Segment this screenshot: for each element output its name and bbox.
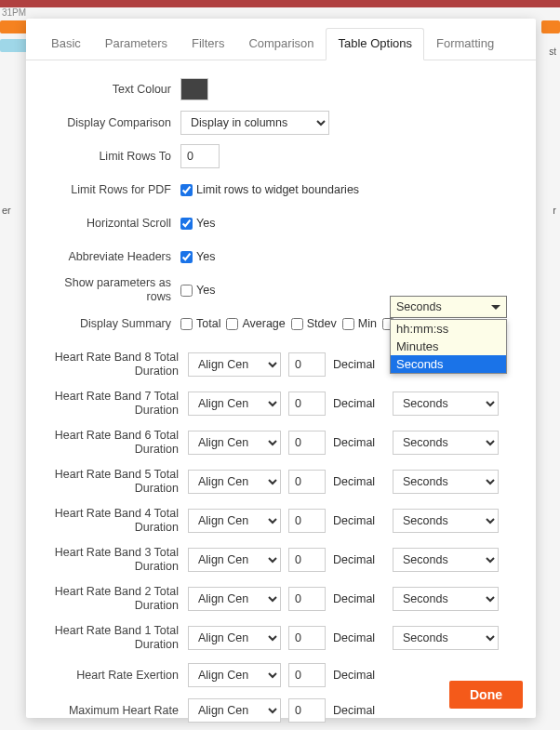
metric-decimal-label: Decimal: [333, 553, 385, 566]
show-params-rows-label: Show parameters as rows: [43, 276, 180, 304]
abbreviate-headers-label: Abbreviate Headers: [43, 250, 180, 264]
metric-decimals-input[interactable]: [288, 626, 326, 650]
metric-decimals-input[interactable]: [288, 470, 326, 494]
unit-select-open[interactable]: Seconds: [390, 296, 507, 318]
metric-decimals-input[interactable]: [288, 509, 326, 533]
display-comparison-select[interactable]: Display in columns: [180, 111, 329, 135]
summary-total-label: Total: [196, 317, 220, 330]
metric-decimals-input[interactable]: [288, 587, 326, 611]
metric-unit-select[interactable]: Seconds: [393, 509, 499, 533]
unit-dropdown-popup[interactable]: hh:mm:ssMinutesSeconds: [390, 319, 507, 374]
summary-total-check[interactable]: Total: [180, 317, 220, 330]
metric-align-select[interactable]: Align Center: [188, 698, 281, 723]
metric-decimals-input[interactable]: [288, 548, 326, 572]
metric-align-select[interactable]: Align Center: [188, 548, 281, 572]
limit-rows-pdf-label: Limit Rows for PDF: [43, 183, 180, 197]
metric-decimals-input[interactable]: [288, 431, 326, 455]
metric-align-select[interactable]: Align Center: [188, 663, 281, 687]
metric-label: Heart Rate Band 7 Total Duration: [43, 390, 180, 418]
summary-average-label: Average: [242, 317, 285, 330]
limit-rows-input[interactable]: [180, 144, 220, 168]
metric-unit-select[interactable]: Seconds: [393, 431, 499, 455]
display-summary-label: Display Summary: [43, 317, 180, 331]
metric-unit-select[interactable]: Seconds: [393, 470, 499, 494]
horizontal-scroll-text: Yes: [196, 217, 215, 230]
text-colour-label: Text Colour: [43, 83, 180, 97]
metric-align-select[interactable]: Align Center: [188, 431, 281, 455]
metric-decimal-label: Decimal: [333, 704, 385, 717]
bg-text-right: r: [553, 205, 556, 216]
metric-row: Heart Rate Band 2 Total DurationAlign Ce…: [43, 585, 519, 613]
metric-label: Heart Rate Band 4 Total Duration: [43, 507, 180, 535]
metric-unit-select[interactable]: Seconds: [393, 548, 499, 572]
metric-unit-select[interactable]: Seconds: [393, 392, 499, 416]
tab-formatting[interactable]: Formatting: [424, 28, 506, 60]
show-params-rows-text: Yes: [196, 284, 215, 297]
metric-label: Heart Rate Band 3 Total Duration: [43, 546, 180, 574]
metric-row: Heart Rate Band 7 Total DurationAlign Ce…: [43, 390, 519, 418]
limit-rows-pdf-text: Limit rows to widget boundaries: [196, 183, 359, 196]
metric-align-select[interactable]: Align Center: [188, 352, 281, 377]
metric-decimal-label: Decimal: [333, 631, 385, 644]
metric-decimal-label: Decimal: [333, 436, 385, 449]
text-colour-swatch[interactable]: [180, 78, 208, 100]
tab-bar: BasicParametersFiltersComparisonTable Op…: [26, 19, 536, 60]
metric-decimals-input[interactable]: [288, 352, 326, 377]
limit-rows-pdf-check[interactable]: Limit rows to widget boundaries: [180, 183, 359, 196]
metric-unit-select[interactable]: Seconds: [393, 626, 499, 650]
metric-decimal-label: Decimal: [333, 475, 385, 488]
metric-unit-select[interactable]: Seconds: [393, 587, 499, 611]
dialog-body: Text Colour Display Comparison Display i…: [26, 60, 536, 730]
tab-table-options[interactable]: Table Options: [326, 28, 424, 60]
summary-stdev-check[interactable]: Stdev: [291, 317, 337, 330]
metric-label: Heart Rate Band 8 Total Duration: [43, 351, 180, 378]
metric-decimal-label: Decimal: [333, 358, 385, 371]
metric-label: Maximum Heart Rate: [43, 704, 180, 718]
metric-decimal-label: Decimal: [333, 514, 385, 527]
metric-label: Heart Rate Band 5 Total Duration: [43, 468, 180, 496]
chevron-down-icon: [491, 305, 500, 310]
metric-row: Heart Rate Band 1 Total DurationAlign Ce…: [43, 624, 519, 652]
bg-stripe: [0, 0, 560, 7]
bg-text-left: er: [2, 205, 11, 216]
metric-align-select[interactable]: Align Center: [188, 587, 281, 611]
metric-row: Maximum Heart RateAlign CenterDecimal: [43, 698, 519, 723]
metric-row: Heart Rate Band 4 Total DurationAlign Ce…: [43, 507, 519, 535]
abbreviate-headers-text: Yes: [196, 250, 215, 263]
metric-row: Heart Rate Band 5 Total DurationAlign Ce…: [43, 468, 519, 496]
done-button[interactable]: Done: [449, 681, 523, 709]
metric-row: Heart Rate ExertionAlign CenterDecimal: [43, 663, 519, 687]
summary-min-label: Min: [358, 317, 377, 330]
unit-option-seconds[interactable]: Seconds: [391, 355, 506, 373]
horizontal-scroll-label: Horizontal Scroll: [43, 217, 180, 231]
metric-align-select[interactable]: Align Center: [188, 509, 281, 533]
metric-label: Heart Rate Band 1 Total Duration: [43, 624, 180, 652]
metric-align-select[interactable]: Align Center: [188, 626, 281, 650]
metric-align-select[interactable]: Align Center: [188, 470, 281, 494]
display-comparison-label: Display Comparison: [43, 116, 180, 130]
metric-decimal-label: Decimal: [333, 669, 385, 682]
abbreviate-headers-check[interactable]: Yes: [180, 250, 215, 263]
unit-option-hhmmss[interactable]: hh:mm:ss: [391, 320, 506, 338]
metric-decimals-input[interactable]: [288, 663, 326, 687]
metric-align-select[interactable]: Align Center: [188, 392, 281, 416]
bg-text-st: st: [549, 46, 556, 57]
tab-parameters[interactable]: Parameters: [93, 28, 180, 60]
summary-average-check[interactable]: Average: [226, 317, 285, 330]
bg-bar-orange-r: [541, 20, 560, 33]
metric-decimals-input[interactable]: [288, 392, 326, 416]
metric-decimal-label: Decimal: [333, 592, 385, 605]
tab-comparison[interactable]: Comparison: [236, 28, 326, 60]
metric-decimals-input[interactable]: [288, 698, 326, 723]
metric-row: Heart Rate Band 6 Total DurationAlign Ce…: [43, 429, 519, 457]
summary-min-check[interactable]: Min: [342, 317, 377, 330]
tab-filters[interactable]: Filters: [180, 28, 236, 60]
limit-rows-label: Limit Rows To: [43, 150, 180, 164]
unit-option-minutes[interactable]: Minutes: [391, 338, 506, 355]
metric-label: Heart Rate Exertion: [43, 669, 180, 683]
dialog-footer: Done: [449, 681, 523, 709]
show-params-rows-check[interactable]: Yes: [180, 284, 215, 297]
tab-basic[interactable]: Basic: [39, 28, 93, 60]
horizontal-scroll-check[interactable]: Yes: [180, 217, 215, 230]
metric-label: Heart Rate Band 2 Total Duration: [43, 585, 180, 613]
